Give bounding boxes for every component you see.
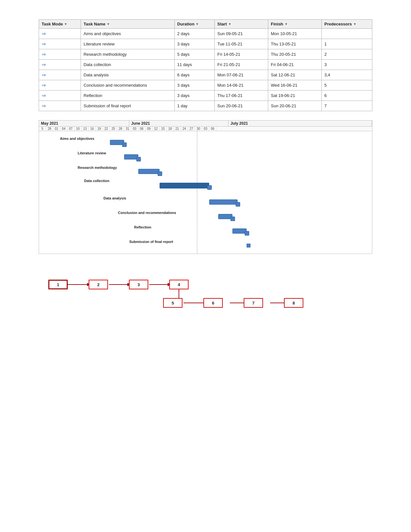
network-node-6: 6 [203,298,223,308]
gantt-day-cell: 19 [96,127,103,131]
gantt-label-5: Data analysis [103,196,126,200]
cell-mode-2: ⇒ [39,39,81,49]
cell-mode-5: ⇒ [39,70,81,80]
cell-name-2: Literature review [81,39,174,49]
gantt-milestone-5 [236,202,240,207]
col-header-duration[interactable]: Duration ▾ [174,20,214,29]
cell-mode-6: ⇒ [39,80,81,91]
cell-name-4: Data collection [81,60,174,70]
gantt-day-cell: 12 [152,127,160,131]
gantt-label-8: Submission of final report [129,240,173,244]
gantt-row-2: Literature review [39,147,372,160]
gantt-day-cell: 01 [53,127,60,131]
cell-start-5: Mon 07-06-21 [215,70,268,80]
gantt-label-1: Aims and objectives [60,137,94,140]
table-row: ⇒ Literature review 3 days Tue 11-05-21 … [39,39,372,49]
sort-arrow-duration: ▾ [196,22,198,26]
month-june: June 2021 [129,121,229,126]
cell-duration-5: 6 days [174,70,214,80]
gantt-day-cell: 22 [103,127,110,131]
gantt-bar-4 [160,183,209,189]
gantt-day-cell: 10 [74,127,82,131]
gantt-day-cell: 18 [167,127,174,131]
cell-start-3: Fri 14-05-21 [215,49,268,60]
table-row: ⇒ Submission of final report 1 day Sun 2… [39,101,372,111]
gantt-milestone-1 [122,142,127,147]
gantt-row-6: Conclusion and recommendations [39,207,372,220]
table-row: ⇒ Data analysis 6 days Mon 07-06-21 Sat … [39,70,372,80]
col-header-name[interactable]: Task Name ▾ [81,20,174,29]
month-may: May 2021 [39,121,129,126]
col-header-finish[interactable]: Finish ▾ [268,20,322,29]
gantt-month-header: May 2021 June 2021 July 2021 [39,121,372,127]
gantt-row-4: Data collection [39,176,372,189]
gantt-bar-5 [209,199,238,205]
table-row: ⇒ Conclusion and recommendations 3 days … [39,80,372,91]
sort-arrow-finish: ▾ [285,22,287,26]
project-table: Task Mode ▾ Task Name ▾ Duration ▾ Start [39,19,372,111]
gantt-label-6: Conclusion and recommendations [118,211,176,215]
table-row: ⇒ Aims and objectives 2 days Sun 09-05-2… [39,29,372,39]
cell-name-3: Research methodology [81,49,174,60]
sort-arrow-mode: ▾ [65,22,66,26]
cell-start-8: Sun 20-06-21 [215,101,268,111]
network-node-8: 8 [284,298,303,308]
gantt-day-cell: 24 [181,127,188,131]
sort-arrow-pred: ▾ [354,22,356,26]
cell-start-2: Tue 11-05-21 [215,39,268,49]
task-mode-icon-6: ⇒ [42,82,46,88]
cell-name-1: Aims and objectives [81,29,174,39]
gantt-day-cell: 28 [117,127,124,131]
network-node-7: 7 [244,298,263,308]
gantt-milestone-7 [245,231,249,236]
gantt-day-cell: 28 [46,127,53,131]
network-node-4: 4 [169,280,189,289]
cell-mode-3: ⇒ [39,49,81,60]
gantt-milestone-3 [158,171,162,176]
gantt-day-cell: 21 [174,127,181,131]
cell-pred-1 [322,29,372,39]
network-node-2: 2 [89,280,108,289]
cell-duration-1: 2 days [174,29,214,39]
table-row: ⇒ Data collection 11 days Fri 21-05-21 F… [39,60,372,70]
cell-finish-3: Thu 20-05-21 [268,49,322,60]
cell-pred-7: 6 [322,91,372,101]
cell-name-5: Data analysis [81,70,174,80]
table-header-row: Task Mode ▾ Task Name ▾ Duration ▾ Start [39,20,372,29]
col-header-start[interactable]: Start ▾ [215,20,268,29]
cell-mode-7: ⇒ [39,91,81,101]
col-header-mode[interactable]: Task Mode ▾ [39,20,81,29]
cell-mode-4: ⇒ [39,60,81,70]
task-mode-icon-7: ⇒ [42,92,46,99]
cell-duration-2: 3 days [174,39,214,49]
gantt-label-3: Research methodology [78,166,117,169]
gantt-day-cell: 06 [209,127,216,131]
gantt-day-cell: 31 [124,127,131,131]
gantt-chart: May 2021 June 2021 July 2021 52801040710… [39,120,372,254]
cell-finish-6: Wed 16-06-21 [268,80,322,91]
gantt-day-cell: 03 [131,127,138,131]
cell-duration-8: 1 day [174,101,214,111]
cell-start-1: Sun 09-05-21 [215,29,268,39]
task-mode-icon-8: ⇒ [42,103,46,109]
gantt-day-cell: 30 [195,127,202,131]
table-row: ⇒ Research methodology 5 days Fri 14-05-… [39,49,372,60]
gantt-body: Aims and objectives Literature review Re… [39,131,372,254]
cell-start-7: Thu 17-06-21 [215,91,268,101]
col-header-predecessors[interactable]: Predecessors ▾ [322,20,372,29]
network-node-5: 5 [163,298,182,308]
cell-finish-2: Thu 13-05-21 [268,39,322,49]
gantt-row-3: Research methodology [39,162,372,175]
cell-finish-8: Sun 20-06-21 [268,101,322,111]
cell-pred-4: 3 [322,60,372,70]
cell-pred-5: 3,4 [322,70,372,80]
cell-pred-8: 7 [322,101,372,111]
table-row: ⇒ Reflection 3 days Thu 17-06-21 Sat 19-… [39,91,372,101]
gantt-day-cell: 5 [39,127,46,131]
network-diagram: 1 2 3 4 5 6 7 8 [39,267,372,318]
task-mode-icon-3: ⇒ [42,51,46,57]
gantt-row-1: Aims and objectives [39,133,372,146]
network-arrows [39,267,372,318]
cell-duration-4: 11 days [174,60,214,70]
gantt-day-cell: 13 [82,127,89,131]
